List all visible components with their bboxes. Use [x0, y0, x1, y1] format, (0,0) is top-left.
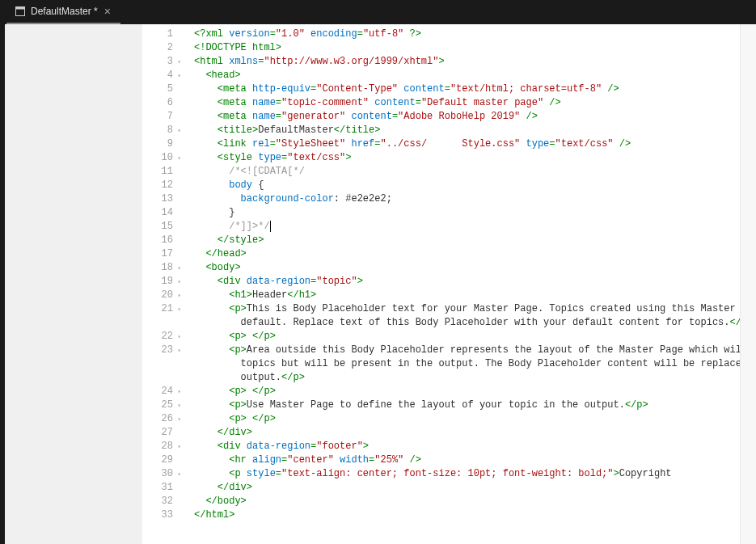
- code-line[interactable]: <hr align="center" width="25%" />: [194, 453, 740, 467]
- code-line[interactable]: <meta name="topic-comment" content="Defa…: [194, 96, 740, 110]
- editor-margin: [5, 24, 142, 544]
- gutter-line: 1: [142, 27, 181, 41]
- gutter-line: 21▾: [142, 302, 181, 316]
- editor-area: 123▾4▾5678▾910▾1112131415161718▾19▾20▾21…: [0, 24, 756, 544]
- gutter-line: 11: [142, 165, 181, 179]
- gutter-line: 5: [142, 82, 181, 96]
- code-line[interactable]: }: [194, 206, 740, 220]
- tab-title: DefaultMaster *: [31, 6, 98, 17]
- gutter-line: 3▾: [142, 55, 181, 69]
- code-line[interactable]: <head>: [194, 69, 740, 82]
- gutter-line: 6: [142, 96, 181, 110]
- gutter-line: 24▾: [142, 385, 181, 399]
- code-line[interactable]: <body>: [194, 261, 740, 275]
- gutter-line-wrap: [142, 316, 181, 330]
- code-line-wrap[interactable]: output.</p>: [194, 371, 740, 385]
- code-line[interactable]: <!DOCTYPE html>: [194, 41, 740, 55]
- line-gutter: 123▾4▾5678▾910▾1112131415161718▾19▾20▾21…: [142, 24, 189, 544]
- code-line[interactable]: <title>DefaultMaster</title>: [194, 124, 740, 137]
- code-line[interactable]: <h1>Header</h1>: [194, 289, 740, 302]
- gutter-line: 31: [142, 481, 181, 495]
- gutter-line: 28▾: [142, 440, 181, 453]
- code-line[interactable]: <p> </p>: [194, 330, 740, 344]
- svg-rect-1: [16, 7, 25, 10]
- code-line[interactable]: /*<![CDATA[*/: [194, 165, 740, 179]
- gutter-line: 12: [142, 179, 181, 192]
- code-line[interactable]: </head>: [194, 247, 740, 261]
- gutter-line: 19▾: [142, 275, 181, 289]
- code-line[interactable]: <link rel="StyleSheet" href="../css/ Sty…: [194, 137, 740, 151]
- code-line[interactable]: <div data-region="footer">: [194, 440, 740, 453]
- code-line[interactable]: </style>: [194, 234, 740, 247]
- close-icon[interactable]: ×: [103, 5, 112, 18]
- code-line[interactable]: <div data-region="topic">: [194, 275, 740, 289]
- gutter-line: 10▾: [142, 151, 181, 165]
- code-line[interactable]: </html>: [194, 508, 740, 522]
- code-line[interactable]: </div>: [194, 426, 740, 440]
- gutter-line: 33: [142, 508, 181, 522]
- gutter-line: 23▾: [142, 344, 181, 357]
- code-line[interactable]: <p style="text-align: center; font-size:…: [194, 467, 740, 481]
- code-line-wrap[interactable]: default. Replace text of this Body Place…: [194, 316, 740, 330]
- gutter-line: 14: [142, 206, 181, 220]
- gutter-line: 17: [142, 247, 181, 261]
- scrollbar-track[interactable]: [740, 24, 756, 544]
- gutter-line: 8▾: [142, 124, 181, 137]
- gutter-line: 26▾: [142, 412, 181, 426]
- code-line[interactable]: background-color: #e2e2e2;: [194, 192, 740, 206]
- file-icon: [15, 6, 26, 17]
- code-line[interactable]: <?xml version="1.0" encoding="utf-8" ?>: [194, 27, 740, 41]
- code-line[interactable]: <html xmlns="http://www.w3.org/1999/xhtm…: [194, 55, 740, 69]
- code-line[interactable]: <p>This is Body Placeholder text for you…: [194, 302, 740, 316]
- gutter-line: 18▾: [142, 261, 181, 275]
- tab-defaultmaster[interactable]: DefaultMaster * ×: [6, 0, 120, 24]
- code-line[interactable]: <meta name="generator" content="Adobe Ro…: [194, 110, 740, 124]
- gutter-line: 30▾: [142, 467, 181, 481]
- gutter-line: 4▾: [142, 69, 181, 82]
- code-line-wrap[interactable]: topics but will be present in the output…: [194, 357, 740, 371]
- code-line[interactable]: </div>: [194, 481, 740, 495]
- gutter-line: 16: [142, 234, 181, 247]
- code-line[interactable]: <p>Use Master Page to define the layout …: [194, 399, 740, 412]
- gutter-line: 13: [142, 192, 181, 206]
- code-line[interactable]: <p> </p>: [194, 385, 740, 399]
- gutter-line-wrap: [142, 371, 181, 385]
- tab-bar: DefaultMaster * ×: [0, 0, 756, 24]
- gutter-line: 25▾: [142, 399, 181, 412]
- gutter-line: 9: [142, 137, 181, 151]
- code-line[interactable]: <p>Area outside this Body Placeholder re…: [194, 344, 740, 357]
- code-line[interactable]: <p> </p>: [194, 412, 740, 426]
- gutter-line: 2: [142, 41, 181, 55]
- gutter-line: 27: [142, 426, 181, 440]
- gutter-line-wrap: [142, 357, 181, 371]
- gutter-line: 29: [142, 453, 181, 467]
- gutter-line: 22▾: [142, 330, 181, 344]
- code-line[interactable]: /*]]>*/: [194, 220, 740, 234]
- gutter-line: 7: [142, 110, 181, 124]
- code-editor[interactable]: 123▾4▾5678▾910▾1112131415161718▾19▾20▾21…: [142, 24, 740, 544]
- code-line[interactable]: <style type="text/css">: [194, 151, 740, 165]
- code-content[interactable]: <?xml version="1.0" encoding="utf-8" ?><…: [189, 24, 740, 544]
- code-line[interactable]: body {: [194, 179, 740, 192]
- gutter-line: 32: [142, 495, 181, 508]
- code-line[interactable]: <meta http-equiv="Content-Type" content=…: [194, 82, 740, 96]
- gutter-line: 20▾: [142, 289, 181, 302]
- code-line[interactable]: </body>: [194, 495, 740, 508]
- gutter-line: 15: [142, 220, 181, 234]
